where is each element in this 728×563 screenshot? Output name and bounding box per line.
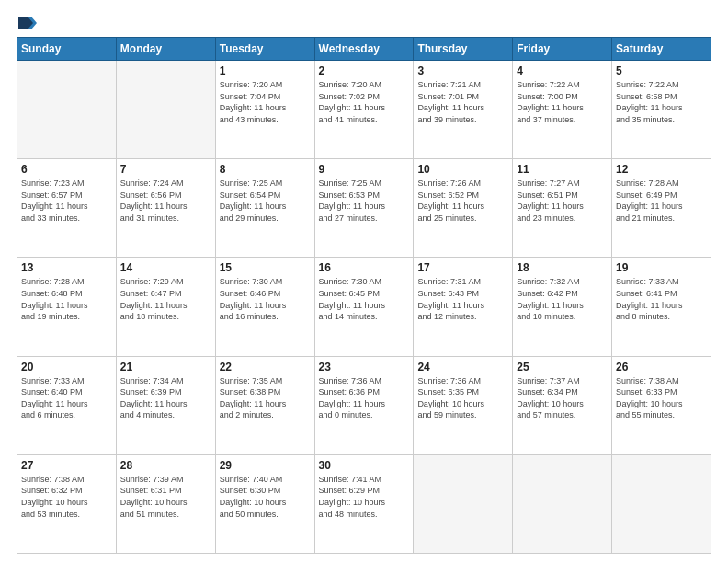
calendar-week-row: 20Sunrise: 7:33 AM Sunset: 6:40 PM Dayli… [17,356,711,454]
cell-info: Sunrise: 7:37 AM Sunset: 6:34 PM Dayligh… [517,375,608,421]
calendar-cell: 12Sunrise: 7:28 AM Sunset: 6:49 PM Dayli… [612,159,711,258]
calendar-cell: 4Sunrise: 7:22 AM Sunset: 7:00 PM Daylig… [513,61,612,159]
day-number: 15 [220,261,311,274]
cell-info: Sunrise: 7:30 AM Sunset: 6:45 PM Dayligh… [319,276,410,322]
day-number: 24 [417,361,508,373]
calendar-cell: 2Sunrise: 7:20 AM Sunset: 7:02 PM Daylig… [314,61,414,159]
calendar-cell [17,61,117,159]
day-number: 27 [21,459,112,472]
cell-info: Sunrise: 7:26 AM Sunset: 6:52 PM Dayligh… [417,178,508,224]
cell-info: Sunrise: 7:25 AM Sunset: 6:54 PM Dayligh… [220,178,311,224]
day-number: 22 [220,361,311,373]
calendar-cell: 8Sunrise: 7:25 AM Sunset: 6:54 PM Daylig… [215,159,314,258]
day-number: 20 [21,361,112,373]
calendar-cell: 24Sunrise: 7:36 AM Sunset: 6:35 PM Dayli… [414,356,513,454]
day-number: 17 [417,261,508,274]
calendar-cell: 7Sunrise: 7:24 AM Sunset: 6:56 PM Daylig… [116,159,215,258]
calendar-cell [414,454,513,553]
cell-info: Sunrise: 7:28 AM Sunset: 6:48 PM Dayligh… [21,276,112,322]
calendar-week-row: 1Sunrise: 7:20 AM Sunset: 7:04 PM Daylig… [17,61,711,159]
cell-info: Sunrise: 7:39 AM Sunset: 6:31 PM Dayligh… [120,474,211,520]
weekday-header: Saturday [612,38,711,61]
calendar-cell: 27Sunrise: 7:38 AM Sunset: 6:32 PM Dayli… [17,454,117,553]
day-number: 10 [417,163,508,176]
cell-info: Sunrise: 7:32 AM Sunset: 6:42 PM Dayligh… [517,276,608,322]
calendar-cell: 17Sunrise: 7:31 AM Sunset: 6:43 PM Dayli… [414,258,513,356]
day-number: 6 [21,163,112,176]
calendar-cell [612,454,711,553]
cell-info: Sunrise: 7:23 AM Sunset: 6:57 PM Dayligh… [21,178,112,224]
weekday-header: Friday [513,38,612,61]
cell-info: Sunrise: 7:20 AM Sunset: 7:04 PM Dayligh… [220,79,311,125]
day-number: 21 [120,361,211,373]
weekday-header: Sunday [17,38,117,61]
cell-info: Sunrise: 7:27 AM Sunset: 6:51 PM Dayligh… [517,178,608,224]
calendar-cell: 30Sunrise: 7:41 AM Sunset: 6:29 PM Dayli… [314,454,414,553]
calendar-cell: 16Sunrise: 7:30 AM Sunset: 6:45 PM Dayli… [314,258,414,356]
cell-info: Sunrise: 7:29 AM Sunset: 6:47 PM Dayligh… [120,276,211,322]
cell-info: Sunrise: 7:25 AM Sunset: 6:53 PM Dayligh… [319,178,410,224]
day-number: 23 [319,361,410,373]
day-number: 2 [319,64,410,77]
day-number: 29 [220,459,311,472]
cell-info: Sunrise: 7:20 AM Sunset: 7:02 PM Dayligh… [319,79,410,125]
calendar-cell: 14Sunrise: 7:29 AM Sunset: 6:47 PM Dayli… [116,258,215,356]
day-number: 25 [517,361,608,373]
cell-info: Sunrise: 7:38 AM Sunset: 6:32 PM Dayligh… [21,474,112,520]
weekday-header: Thursday [414,38,513,61]
calendar-table: SundayMondayTuesdayWednesdayThursdayFrid… [17,37,711,554]
logo-flag-icon [18,17,37,29]
cell-info: Sunrise: 7:22 AM Sunset: 6:58 PM Dayligh… [616,79,707,125]
cell-info: Sunrise: 7:22 AM Sunset: 7:00 PM Dayligh… [517,79,608,125]
day-number: 28 [120,459,211,472]
cell-info: Sunrise: 7:36 AM Sunset: 6:35 PM Dayligh… [417,375,508,421]
day-number: 18 [517,261,608,274]
day-number: 7 [120,163,211,176]
calendar-week-row: 6Sunrise: 7:23 AM Sunset: 6:57 PM Daylig… [17,159,711,258]
page: SundayMondayTuesdayWednesdayThursdayFrid… [0,0,728,563]
calendar-cell: 25Sunrise: 7:37 AM Sunset: 6:34 PM Dayli… [513,356,612,454]
calendar-cell: 28Sunrise: 7:39 AM Sunset: 6:31 PM Dayli… [116,454,215,553]
calendar-cell: 10Sunrise: 7:26 AM Sunset: 6:52 PM Dayli… [414,159,513,258]
cell-info: Sunrise: 7:38 AM Sunset: 6:33 PM Dayligh… [616,375,707,421]
calendar-cell [513,454,612,553]
cell-info: Sunrise: 7:34 AM Sunset: 6:39 PM Dayligh… [120,375,211,421]
cell-info: Sunrise: 7:35 AM Sunset: 6:38 PM Dayligh… [220,375,311,421]
calendar-cell: 26Sunrise: 7:38 AM Sunset: 6:33 PM Dayli… [612,356,711,454]
calendar-cell: 18Sunrise: 7:32 AM Sunset: 6:42 PM Dayli… [513,258,612,356]
calendar-cell: 21Sunrise: 7:34 AM Sunset: 6:39 PM Dayli… [116,356,215,454]
day-number: 3 [417,64,508,77]
day-number: 12 [616,163,707,176]
day-number: 11 [517,163,608,176]
cell-info: Sunrise: 7:36 AM Sunset: 6:36 PM Dayligh… [319,375,410,421]
day-number: 5 [616,64,707,77]
calendar-cell: 15Sunrise: 7:30 AM Sunset: 6:46 PM Dayli… [215,258,314,356]
day-number: 9 [319,163,410,176]
cell-info: Sunrise: 7:28 AM Sunset: 6:49 PM Dayligh… [616,178,707,224]
logo [17,17,37,29]
day-number: 16 [319,261,410,274]
cell-info: Sunrise: 7:40 AM Sunset: 6:30 PM Dayligh… [220,474,311,520]
cell-info: Sunrise: 7:30 AM Sunset: 6:46 PM Dayligh… [220,276,311,322]
calendar-cell: 22Sunrise: 7:35 AM Sunset: 6:38 PM Dayli… [215,356,314,454]
calendar-week-row: 27Sunrise: 7:38 AM Sunset: 6:32 PM Dayli… [17,454,711,553]
calendar-week-row: 13Sunrise: 7:28 AM Sunset: 6:48 PM Dayli… [17,258,711,356]
day-number: 30 [319,459,410,472]
calendar-cell: 9Sunrise: 7:25 AM Sunset: 6:53 PM Daylig… [314,159,414,258]
day-number: 4 [517,64,608,77]
header [17,17,711,29]
day-number: 14 [120,261,211,274]
cell-info: Sunrise: 7:33 AM Sunset: 6:40 PM Dayligh… [21,375,112,421]
calendar-cell: 1Sunrise: 7:20 AM Sunset: 7:04 PM Daylig… [215,61,314,159]
calendar-cell: 19Sunrise: 7:33 AM Sunset: 6:41 PM Dayli… [612,258,711,356]
cell-info: Sunrise: 7:24 AM Sunset: 6:56 PM Dayligh… [120,178,211,224]
weekday-header: Monday [116,38,215,61]
calendar-cell: 3Sunrise: 7:21 AM Sunset: 7:01 PM Daylig… [414,61,513,159]
calendar-cell: 6Sunrise: 7:23 AM Sunset: 6:57 PM Daylig… [17,159,117,258]
day-number: 19 [616,261,707,274]
calendar-header-row: SundayMondayTuesdayWednesdayThursdayFrid… [17,38,711,61]
calendar-cell: 23Sunrise: 7:36 AM Sunset: 6:36 PM Dayli… [314,356,414,454]
day-number: 8 [220,163,311,176]
weekday-header: Wednesday [314,38,414,61]
cell-info: Sunrise: 7:33 AM Sunset: 6:41 PM Dayligh… [616,276,707,322]
